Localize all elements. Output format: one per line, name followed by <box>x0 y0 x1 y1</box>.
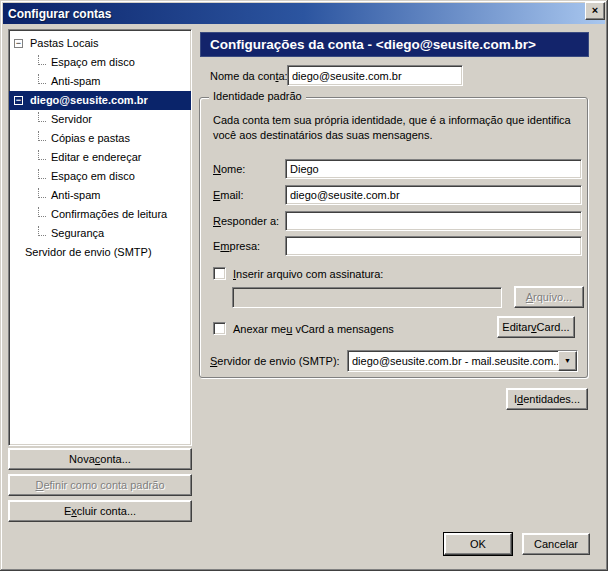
new-account-button[interactable]: Nova conta... <box>8 448 192 470</box>
tree-item-label: Servidor de envio (SMTP) <box>22 243 155 262</box>
tree-line <box>38 188 46 198</box>
tree-item-editar-e-enderecar[interactable]: Editar e endereçar <box>9 148 191 167</box>
tree-line <box>38 131 46 141</box>
name-label: Nome: <box>213 163 245 175</box>
signature-path-input <box>232 287 502 308</box>
signature-checkbox[interactable] <box>213 267 226 280</box>
tree-item-label: Confirmações de leitura <box>48 205 170 224</box>
tree-line <box>38 207 46 217</box>
tree-line <box>38 150 46 160</box>
vcard-checkbox-label[interactable]: Anexar meu vCard a mensagens <box>233 323 394 335</box>
account-settings-dialog: Configurar contas × − Pastas Locais Espa… <box>0 0 608 571</box>
tree-item-label: Anti-spam <box>48 186 104 205</box>
window-title: Configurar contas <box>3 7 111 21</box>
collapse-icon[interactable]: − <box>14 39 23 48</box>
vcard-checkbox[interactable] <box>213 322 226 335</box>
chevron-down-icon[interactable]: ▼ <box>558 351 577 371</box>
tree-item-label: Espaço em disco <box>48 167 138 186</box>
tree-item-confirmacoes-de-leitura[interactable]: Confirmações de leitura <box>9 205 191 224</box>
email-label: Email: <box>213 189 244 201</box>
organization-input[interactable] <box>285 236 582 256</box>
account-name-label: Nome da conta: <box>210 70 288 82</box>
tree-line <box>38 55 46 65</box>
account-name-input[interactable] <box>287 65 463 86</box>
tree-item-espaco-em-disco-local[interactable]: Espaço em disco <box>9 53 191 72</box>
title-bar[interactable]: Configurar contas <box>3 3 605 24</box>
organization-label: Empresa: <box>213 240 260 252</box>
identity-description: Cada conta tem sua própria identidade, q… <box>213 113 583 143</box>
account-tree: − Pastas Locais Espaço em disco Anti-spa… <box>8 29 192 446</box>
cancel-button[interactable]: Cancelar <box>522 533 590 555</box>
edit-vcard-button[interactable]: Editar vCard... <box>497 316 575 338</box>
tree-item-pastas-locais[interactable]: − Pastas Locais <box>9 34 191 53</box>
delete-account-button[interactable]: Excluir conta... <box>8 500 192 522</box>
ok-button[interactable]: OK <box>444 533 512 555</box>
email-input[interactable] <box>285 185 582 205</box>
tree-item-label: Servidor <box>48 110 95 129</box>
tree-item-label: Segurança <box>48 224 107 243</box>
signature-checkbox-label[interactable]: Inserir arquivo com assinatura: <box>233 268 383 280</box>
set-default-account-button: Definir como conta padrão <box>8 474 192 496</box>
tree-line <box>38 169 46 179</box>
tree-item-label: Espaço em disco <box>48 53 138 72</box>
reply-to-input[interactable] <box>285 211 582 231</box>
tree-item-label: Anti-spam <box>48 72 104 91</box>
name-input[interactable] <box>285 159 582 179</box>
close-icon[interactable]: × <box>585 2 605 20</box>
tree-item-label: Cópias e pastas <box>48 129 133 148</box>
identity-legend: Identidade padrão <box>209 90 306 102</box>
tree-line <box>38 74 46 84</box>
tree-line <box>38 226 46 236</box>
collapse-icon[interactable]: − <box>14 96 23 105</box>
tree-item-label: Pastas Locais <box>27 34 101 53</box>
tree-item-smtp[interactable]: Servidor de envio (SMTP) <box>9 243 191 262</box>
tree-item-servidor[interactable]: Servidor <box>9 110 191 129</box>
tree-item-account-diego[interactable]: − diego@seusite.com.br <box>9 91 191 110</box>
tree-item-label: diego@seusite.com.br <box>27 91 151 110</box>
tree-item-anti-spam-local[interactable]: Anti-spam <box>9 72 191 91</box>
smtp-server-dropdown[interactable]: diego@seusite.com.br - mail.seusite.com.… <box>347 350 578 372</box>
signature-browse-button: Arquivo... <box>514 286 584 308</box>
tree-item-label: Editar e endereçar <box>48 148 145 167</box>
smtp-label: Servidor de envio (SMTP): <box>210 355 340 367</box>
reply-to-label: Responder a: <box>213 215 279 227</box>
tree-line <box>38 112 46 122</box>
tree-item-copias-e-pastas[interactable]: Cópias e pastas <box>9 129 191 148</box>
tree-item-espaco-em-disco[interactable]: Espaço em disco <box>9 167 191 186</box>
panel-header: Configurações da conta - <diego@seusite.… <box>200 32 589 57</box>
tree-item-seguranca[interactable]: Segurança <box>9 224 191 243</box>
identities-button[interactable]: Identidades... <box>506 388 588 410</box>
smtp-selected-value: diego@seusite.com.br - mail.seusite.com.… <box>348 352 558 370</box>
tree-item-anti-spam[interactable]: Anti-spam <box>9 186 191 205</box>
